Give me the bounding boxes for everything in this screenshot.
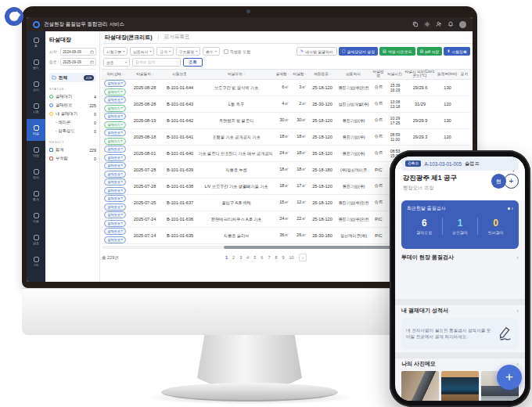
test-number-link[interactable]: B-101-01-642 [167, 118, 193, 123]
table-header-cell[interactable]: 공기 [458, 70, 471, 79]
action-button[interactable]: ▤ 엑셀 다운로드 [379, 47, 415, 56]
table-header-cell[interactable]: 타설량 ↕ [291, 70, 308, 79]
result-filter-item[interactable]: 부적합 0 [49, 154, 96, 163]
status-badge[interactable]: 결재완료 [104, 80, 125, 87]
table-header-cell[interactable]: 납품회사 [336, 70, 371, 79]
tab[interactable]: 타설대장(콘크리트) [103, 34, 158, 41]
include-draft-checkbox[interactable]: 작성중 포함 [224, 49, 250, 54]
action-button[interactable]: ▤ pdf 저장 [417, 47, 443, 56]
status-badge[interactable]: 결재완료 [104, 129, 125, 136]
result-filter-item[interactable]: 합계 229 [49, 146, 96, 154]
status-filter-item[interactable]: 결재완료 225 [49, 101, 96, 110]
table-header-cell[interactable]: 설계량 ↕ [274, 70, 291, 79]
section-today[interactable]: 투데이 현장 품질검사 › [401, 254, 519, 261]
rail-item[interactable]: 자료 [27, 207, 45, 229]
page-number[interactable]: 8 [275, 255, 277, 260]
next-page-button[interactable]: › [299, 254, 307, 261]
filter-select[interactable]: 시험구분 [103, 47, 128, 56]
number-select[interactable]: 번호 [103, 58, 130, 67]
table-header-cell[interactable]: 슬럼프(mm) [437, 70, 458, 79]
test-number-link[interactable]: B-101-01-635 [167, 233, 193, 238]
search-input[interactable] [132, 58, 181, 67]
table-header-cell[interactable]: 타설방법 [371, 70, 386, 79]
rail-item[interactable]: 홈 [27, 31, 45, 53]
add-photo-fab[interactable]: + [497, 365, 522, 390]
rail-item[interactable]: CS [27, 250, 45, 272]
status-badge[interactable]: 결재대기 [104, 88, 125, 95]
status-badge[interactable]: 결재완료 [104, 113, 125, 120]
filter-select[interactable]: 구조물명 [176, 47, 200, 56]
filter-select[interactable]: 층수 [203, 47, 220, 56]
status-badge[interactable]: 결재완료 [104, 220, 125, 227]
test-number-link[interactable]: B-101-01-640 [167, 151, 193, 156]
gear-icon[interactable] [424, 21, 430, 27]
status-filter-item[interactable]: - 레미콘 0 [49, 118, 96, 127]
status-badge[interactable]: 결재완료 [104, 204, 125, 211]
status-badge[interactable]: 결재대기 [104, 138, 125, 145]
page-number[interactable]: 3 [239, 255, 242, 260]
test-number-link[interactable]: B-101-01-643 [167, 102, 193, 106]
table-row[interactable]: 결재완료 결재대기 2025-08-28 B-101-01-643 L형 측구 … [102, 96, 471, 113]
avatar[interactable]: 현 [491, 174, 506, 189]
filter-select[interactable]: 납품회사 [130, 47, 154, 56]
status-badge[interactable]: 결재완료 [104, 171, 125, 178]
copy-icon[interactable] [412, 21, 419, 27]
photo-thumbnail[interactable] [441, 371, 479, 401]
rail-item[interactable]: 검사 [27, 75, 45, 97]
page-number[interactable]: 9 [282, 255, 285, 260]
status-badge[interactable]: 결재완료 [104, 236, 125, 243]
page-number[interactable]: 5 [253, 255, 256, 260]
filter-select[interactable]: 규격 [156, 47, 174, 56]
table-header-cell[interactable]: 시험번호 [161, 70, 199, 79]
table-row[interactable]: 결재완료 결재대기 2025-08-19 B-101-01-642 측면램프 및… [102, 113, 471, 129]
page-number[interactable]: 1 [225, 255, 228, 260]
status-badge[interactable]: 결재완료 [104, 211, 125, 218]
test-number-link[interactable]: B-101-01-644 [167, 85, 193, 90]
status-filter-item[interactable]: - 압축강도 0 [49, 127, 96, 135]
test-number-link[interactable]: B-101-01-639 [167, 167, 193, 172]
page-number[interactable]: 10 [289, 255, 294, 260]
status-badge[interactable]: 결재완료 [104, 187, 125, 194]
test-number-link[interactable]: B-101-01-637 [167, 200, 193, 205]
inspection-list-item[interactable]: 검측전 A-103-03-01-005 슬럼프 [401, 157, 519, 171]
page-number[interactable]: 6 [261, 255, 263, 260]
table-header-cell[interactable]: 타설일자 ↕ [128, 70, 161, 79]
add-user-icon[interactable] [436, 21, 442, 27]
search-button[interactable]: 조회 [183, 58, 203, 67]
table-header-cell[interactable]: 타설부위 ↕ [199, 70, 274, 79]
status-badge[interactable]: 결재완료 [104, 195, 125, 202]
rail-item[interactable]: 시험 [27, 97, 45, 119]
test-number-link[interactable]: B-101-01-638 [167, 184, 193, 189]
rail-item[interactable]: 통계 [27, 185, 45, 207]
rail-item[interactable]: 타설 [27, 119, 45, 141]
table-header-cell[interactable]: 타설시간 [386, 70, 404, 79]
tab[interactable]: 문서목록표 [158, 34, 196, 41]
sidebar-item-all[interactable]: 전체 229 [49, 73, 96, 82]
status-badge[interactable]: 결재완료 [104, 146, 125, 153]
rail-item[interactable]: 설정 [27, 229, 45, 250]
page-number[interactable]: 7 [268, 255, 270, 260]
test-number-link[interactable]: B-101-01-636 [167, 217, 193, 222]
action-button[interactable]: ⬆ 시험등록 [444, 47, 470, 56]
table-row[interactable]: 결재완료 결재대기 2025-08-18 B-101-01-641 조형물 기초… [102, 129, 471, 146]
status-badge[interactable]: 결재완료 [104, 154, 125, 161]
status-badge[interactable]: 결재완료 [104, 162, 125, 169]
action-button[interactable]: ✎ 내서명 일괄처리 [297, 47, 337, 56]
action-button[interactable]: ▢ 결재담당자 설정 [339, 47, 378, 56]
table-row[interactable]: 결재완료 결재대기 2025-08-28 B-101-01-644 보도구간 및… [102, 80, 471, 96]
status-filter-item[interactable]: 내 결재대기 0 [49, 110, 96, 118]
page-number[interactable]: 2 [232, 255, 235, 260]
photo-thumbnail[interactable] [401, 371, 439, 401]
status-badge[interactable]: 결재완료 [104, 96, 125, 103]
page-number[interactable]: 4 [246, 255, 249, 260]
rail-item[interactable]: 장비 [27, 163, 45, 185]
user-avatar[interactable] [459, 21, 466, 28]
date-start-input[interactable]: 2024-09-09 [60, 48, 96, 56]
table-header-cell[interactable]: 배합종류 ↕ [308, 70, 336, 79]
status-badge[interactable]: 결재대기 [104, 121, 125, 128]
status-badge[interactable]: 결재완료 [104, 178, 125, 185]
rail-item[interactable]: 공지 [27, 53, 45, 75]
status-filter-item[interactable]: 결재대기 4 [49, 92, 96, 101]
table-header-cell[interactable]: 처리상태 ↕ [102, 70, 128, 79]
test-number-link[interactable]: B-101-01-641 [167, 135, 193, 139]
